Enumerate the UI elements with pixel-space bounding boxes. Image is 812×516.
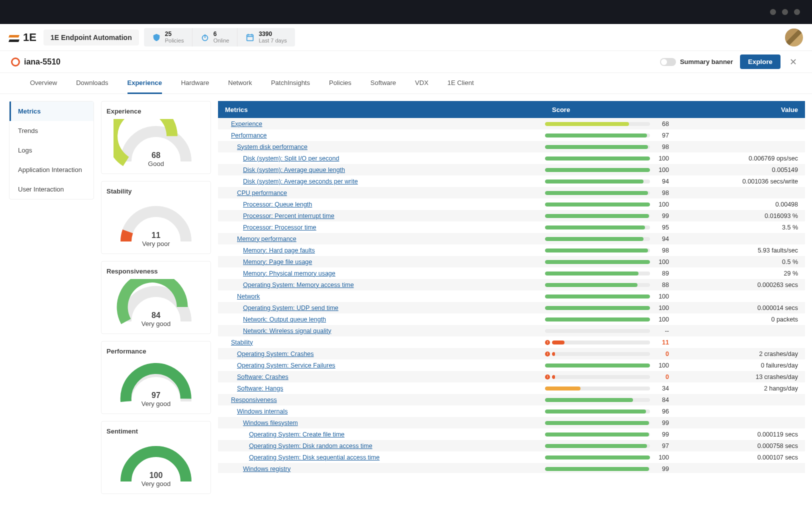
metric-link[interactable]: Operating System: Service Failures — [218, 362, 545, 369]
gauge-label: Very good — [142, 480, 171, 488]
metric-value: 0.5 % — [675, 258, 805, 266]
sidebar-item-trends[interactable]: Trends — [10, 121, 94, 140]
sidebar-item-application-interaction[interactable]: Application Interaction — [10, 160, 94, 180]
stat-item[interactable]: 25Policies — [144, 28, 192, 46]
metric-link[interactable]: Operating System: Crashes — [218, 350, 545, 358]
tab-downloads[interactable]: Downloads — [76, 73, 108, 94]
metric-link[interactable]: Software: Hangs — [218, 385, 545, 392]
stat-item[interactable]: 3390Last 7 days — [238, 28, 294, 46]
metric-link[interactable]: Memory performance — [218, 236, 545, 242]
metric-link[interactable]: CPU performance — [218, 190, 545, 196]
metric-value: 2 hangs/day — [675, 385, 805, 392]
gauge-label: Very good — [142, 400, 171, 408]
table-header: Metrics Score Value — [218, 101, 805, 118]
metric-link[interactable]: Processor: Percent interrupt time — [218, 212, 545, 220]
gauge-card: Stability11Very poor — [101, 181, 211, 254]
alert-icon: ! — [545, 352, 550, 356]
metric-link[interactable]: Memory: Page file usage — [218, 258, 545, 266]
metric-link[interactable]: Experience — [218, 120, 545, 128]
metric-value: 0 packets — [675, 316, 805, 323]
table-row: Disk (system): Average queue length1000.… — [218, 164, 805, 176]
summary-toggle[interactable] — [660, 58, 676, 66]
avatar[interactable] — [785, 28, 803, 46]
metric-value: 2 crashes/day — [675, 350, 805, 358]
gauge-value: 84 — [152, 311, 160, 320]
metric-link[interactable]: Operating System: UDP send time — [218, 304, 545, 312]
metric-value: 0.000119 secs — [675, 431, 805, 438]
score-value: 100 — [655, 454, 675, 461]
metric-link[interactable]: Disk (system): Split I/O per second — [218, 155, 545, 162]
table-row: Processor: Percent interrupt time990.016… — [218, 210, 805, 222]
col-score[interactable]: Score — [545, 106, 675, 114]
table-row: Software: Crashes!013 crashes/day — [218, 371, 805, 382]
metric-link[interactable]: Network: Wireless signal quality — [218, 328, 545, 334]
gauge-value: 100 — [150, 471, 163, 480]
logo[interactable]: 1E — [9, 31, 36, 44]
metric-link[interactable]: Disk (system): Average queue length — [218, 166, 545, 174]
metric-link[interactable]: Performance — [218, 132, 545, 139]
metric-link[interactable]: Operating System: Disk random access tim… — [218, 442, 545, 450]
tab-policies[interactable]: Policies — [329, 73, 352, 94]
tab-overview[interactable]: Overview — [30, 73, 57, 94]
score-value: 0 — [655, 374, 675, 380]
shield-icon — [152, 33, 161, 42]
tab-network[interactable]: Network — [228, 73, 252, 94]
metric-link[interactable]: Network — [218, 293, 545, 300]
metric-link[interactable]: Memory: Hard page faults — [218, 247, 545, 254]
score-value: 98 — [655, 247, 675, 254]
alert-icon: ! — [545, 374, 550, 380]
calendar-icon — [246, 33, 254, 42]
metric-link[interactable]: Memory: Physical memory usage — [218, 270, 545, 277]
score-bar: ! — [545, 340, 655, 345]
metric-link[interactable]: Disk (system): Average seconds per write — [218, 178, 545, 185]
metric-link[interactable]: Operating System: Disk sequential access… — [218, 454, 545, 461]
sidebar-item-user-interaction[interactable]: User Interaction — [10, 180, 94, 199]
metric-link[interactable]: Windows filesystem — [218, 420, 545, 426]
col-value[interactable]: Value — [675, 106, 805, 114]
metric-value: 0 failures/day — [675, 362, 805, 369]
metric-link[interactable]: System disk performance — [218, 144, 545, 150]
metric-link[interactable]: Processor: Queue length — [218, 201, 545, 208]
tab-software[interactable]: Software — [370, 73, 396, 94]
metric-link[interactable]: Software: Crashes — [218, 374, 545, 380]
gauge-title: Stability — [106, 188, 206, 195]
score-value: 100 — [655, 304, 675, 312]
metric-link[interactable]: Stability — [218, 339, 545, 346]
tab-1e-client[interactable]: 1E Client — [448, 73, 474, 94]
score-bar — [545, 421, 655, 425]
sidebar-item-logs[interactable]: Logs — [10, 140, 94, 160]
metric-link[interactable]: Operating System: Memory access time — [218, 282, 545, 288]
table-row: Operating System: UDP send time1000.0000… — [218, 302, 805, 314]
traffic-dot — [794, 9, 800, 15]
stat-item[interactable]: 6Online — [192, 28, 238, 46]
score-value: 98 — [655, 144, 675, 150]
tab-hardware[interactable]: Hardware — [181, 73, 209, 94]
explore-button[interactable]: Explore — [740, 54, 780, 69]
subheader: iana-5510 Summary banner Explore ✕ — [0, 51, 812, 73]
tab-experience[interactable]: Experience — [128, 73, 162, 94]
gauge-title: Experience — [106, 108, 206, 115]
gauge-card: Performance97Very good — [101, 341, 211, 414]
metric-link[interactable]: Responsiveness — [218, 396, 545, 404]
metric-link[interactable]: Processor: Processor time — [218, 224, 545, 231]
metric-link[interactable]: Windows registry — [218, 466, 545, 472]
col-metrics[interactable]: Metrics — [218, 106, 545, 114]
score-value: 94 — [655, 236, 675, 242]
tab-vdx[interactable]: VDX — [415, 73, 428, 94]
score-value: 99 — [655, 431, 675, 438]
gauge-title: Performance — [106, 348, 206, 355]
score-value: 34 — [655, 385, 675, 392]
sidebar-item-metrics[interactable]: Metrics — [10, 102, 94, 121]
traffic-dot — [782, 9, 788, 15]
score-value: 96 — [655, 408, 675, 415]
metric-link[interactable]: Operating System: Create file time — [218, 431, 545, 438]
tab-patchinsights[interactable]: PatchInsights — [271, 73, 310, 94]
gauge: 97Very good — [106, 359, 206, 410]
gauge-label: Very poor — [142, 240, 170, 248]
close-icon[interactable]: ✕ — [786, 54, 801, 70]
metric-value: 0.000107 secs — [675, 454, 805, 461]
metric-link[interactable]: Network: Output queue length — [218, 316, 545, 323]
metric-link[interactable]: Windows internals — [218, 408, 545, 415]
app-title[interactable]: 1E Endpoint Automation — [44, 30, 139, 46]
stats-group: 25Policies6Online3390Last 7 days — [144, 28, 295, 46]
